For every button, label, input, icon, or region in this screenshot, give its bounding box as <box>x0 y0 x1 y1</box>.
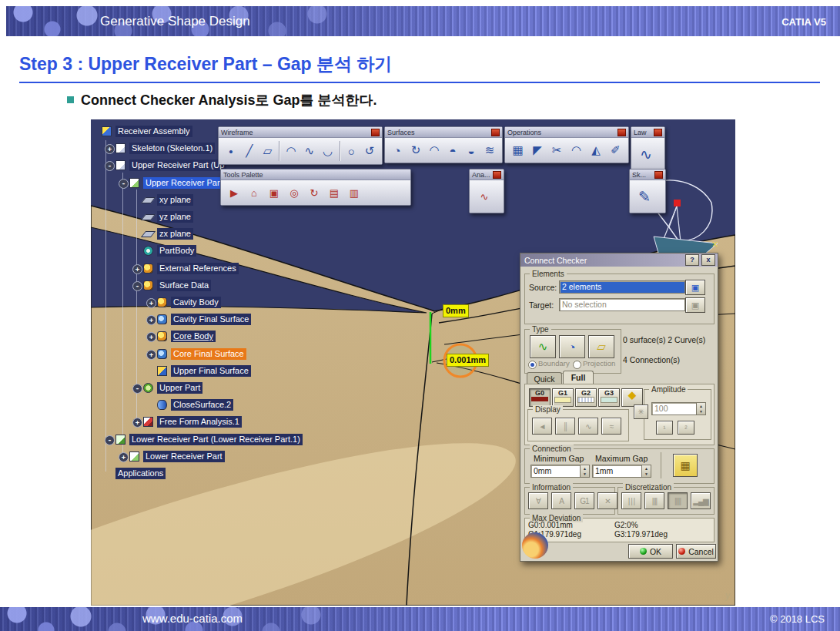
projection-curve-icon[interactable]: ◠ <box>283 142 300 160</box>
point-icon[interactable]: • <box>223 142 239 160</box>
extrude-icon[interactable]: ◔ <box>389 141 406 159</box>
close-icon[interactable] <box>491 129 500 136</box>
target-multiselect-icon[interactable]: ▣ <box>685 297 705 313</box>
footer-copyright: © 2018 LCS <box>770 613 825 625</box>
extract-icon[interactable]: ◭ <box>587 141 604 159</box>
maximum-gap-label: Maximum Gap <box>595 454 648 463</box>
catalog-icon[interactable]: ⌂ <box>245 183 263 202</box>
g1-button[interactable]: G1 <box>552 388 574 407</box>
boundary-icon[interactable]: ◠ <box>567 141 585 159</box>
group-legend: Display <box>533 405 563 414</box>
g0-button[interactable]: G0 <box>529 388 551 407</box>
close-icon[interactable] <box>371 129 380 136</box>
toolbar-title: Law <box>634 129 647 136</box>
toolbar-wireframe[interactable]: Wireframe •╱▱◠∿◡○↺ <box>218 126 383 165</box>
toolbar-icons: •╱▱◠∿◡○↺ <box>219 138 382 164</box>
info-min-icon[interactable]: ∀ <box>528 492 548 509</box>
rotate-view-icon[interactable]: ↻ <box>305 183 323 202</box>
bullet-square-icon <box>67 96 74 103</box>
spiral-icon[interactable]: ↺ <box>361 142 378 160</box>
capture-1-icon[interactable]: ▤ <box>325 183 343 202</box>
trim-icon[interactable]: ✂ <box>548 141 566 159</box>
footer-url[interactable]: www.edu-catia.com <box>142 612 243 625</box>
maximum-gap-spinner[interactable]: 1mm <box>592 465 651 478</box>
curve-curve-connection-icon[interactable]: ∿ <box>530 335 556 358</box>
close-icon[interactable] <box>493 171 501 179</box>
capture-2-icon[interactable]: ▥ <box>345 183 363 202</box>
offset-icon[interactable]: ◠ <box>426 141 443 159</box>
help-icon[interactable]: ? <box>685 254 699 266</box>
toolbar-analysis[interactable]: Ana... ∿ <box>469 169 504 213</box>
toolbar-title: Ana... <box>472 171 490 179</box>
toolbar-tools-palette[interactable]: Tools Palette ▶⌂▣◎↻▤▥ <box>220 169 411 206</box>
close-icon[interactable] <box>654 171 663 179</box>
auto-scale-icon[interactable]: ✳ <box>634 404 648 419</box>
toolbar-surfaces[interactable]: Surfaces ◔↻◠◓◒≋ <box>384 126 503 163</box>
law-icon[interactable]: ∿ <box>635 141 657 167</box>
discretization-light-button[interactable]: | | | <box>621 492 641 509</box>
line-icon[interactable]: ╱ <box>241 142 258 160</box>
magnifier-icon[interactable]: ◎ <box>285 183 303 202</box>
full-grid-button[interactable]: ▦ <box>673 454 698 477</box>
minimum-gap-spinner[interactable]: 0mm <box>530 465 590 478</box>
extrapolate-icon[interactable]: ✐ <box>607 141 624 159</box>
toolbar-title: Operations <box>507 129 541 136</box>
scale-order-2-button[interactable]: ² <box>678 421 694 435</box>
info-max-icon[interactable]: A <box>551 492 571 509</box>
tab-full[interactable]: Full <box>563 371 594 384</box>
display-envelope-button[interactable]: ∿ <box>578 418 598 435</box>
toolbar-operations[interactable]: Operations ▦◤✂◠◭✐ <box>504 126 629 163</box>
amplitude-spinner[interactable]: 100 <box>651 402 706 415</box>
cancel-button[interactable]: Cancel <box>676 544 716 559</box>
curve-face-connection-icon[interactable]: ◔ <box>559 335 585 358</box>
info-g1-icon[interactable]: G1 <box>574 492 594 509</box>
toolbar-law[interactable]: Law ∿ <box>631 126 665 171</box>
gap-value-bottom: 0.001mm <box>447 354 489 367</box>
source-multiselect-icon[interactable]: ▣ <box>685 280 705 295</box>
sweep-icon[interactable]: ◓ <box>444 141 461 159</box>
target-field[interactable]: No selection <box>559 298 685 311</box>
close-icon[interactable]: x <box>701 254 715 266</box>
boundary-radio[interactable] <box>528 361 537 369</box>
quick-preview-icon[interactable]: ▣ <box>265 183 283 202</box>
sketch-x-marker: ✕ <box>711 240 718 249</box>
toolbar-icons: ∿ <box>631 138 664 170</box>
projection-radio[interactable] <box>573 361 581 369</box>
blend-icon[interactable]: ≋ <box>481 141 498 159</box>
circle-icon[interactable]: ○ <box>343 142 360 160</box>
discretization-max-button[interactable]: ▂▄▆ <box>691 492 711 509</box>
display-comb-button[interactable]: ║ <box>555 418 575 435</box>
display-smooth-button[interactable]: ≈ <box>601 418 621 435</box>
dialog-titlebar[interactable]: Connect Checker ? x <box>520 253 718 267</box>
split-icon[interactable]: ◤ <box>528 141 546 159</box>
discretization-medium-button[interactable]: |||| <box>644 492 664 509</box>
separator <box>279 141 279 161</box>
toolbar-sketcher[interactable]: Sk... ✎ <box>629 169 666 213</box>
group-legend: Elements <box>530 270 567 278</box>
face-face-connection-icon[interactable]: ▱ <box>588 335 614 358</box>
g2-button[interactable]: G2 <box>575 388 597 407</box>
revolve-icon[interactable]: ↻ <box>407 141 424 159</box>
discretization-fine-button[interactable]: ||||| <box>668 492 688 509</box>
g3-button[interactable]: G3 <box>598 388 620 407</box>
information-buttons: ∀AG1✕ <box>528 492 621 509</box>
close-icon[interactable] <box>654 129 662 136</box>
scale-order-1-button[interactable]: ¹ <box>656 421 673 435</box>
fill-icon[interactable]: ◒ <box>463 141 480 159</box>
connect-checker-dialog[interactable]: Connect Checker ? x Elements Source: 2 e… <box>520 253 718 562</box>
source-field[interactable]: 2 elements <box>559 280 685 294</box>
corner-icon[interactable]: ◡ <box>320 142 336 160</box>
sketch-point[interactable] <box>674 200 681 206</box>
info-crossing-icon[interactable]: ✕ <box>597 492 617 509</box>
join-icon[interactable]: ▦ <box>509 141 527 159</box>
plane-icon[interactable]: ▱ <box>259 142 276 160</box>
sketch-icon[interactable]: ✎ <box>634 183 655 210</box>
separator <box>661 452 661 478</box>
pointer-icon[interactable]: ▶ <box>225 183 243 202</box>
display-limited-button[interactable]: ◄ <box>532 418 552 435</box>
close-icon[interactable] <box>617 129 626 136</box>
spline-icon[interactable]: ∿ <box>301 142 318 160</box>
source-label: Source: <box>529 283 557 292</box>
connect-checker-icon[interactable]: ∿ <box>474 183 495 210</box>
ok-button[interactable]: OK <box>628 544 673 559</box>
